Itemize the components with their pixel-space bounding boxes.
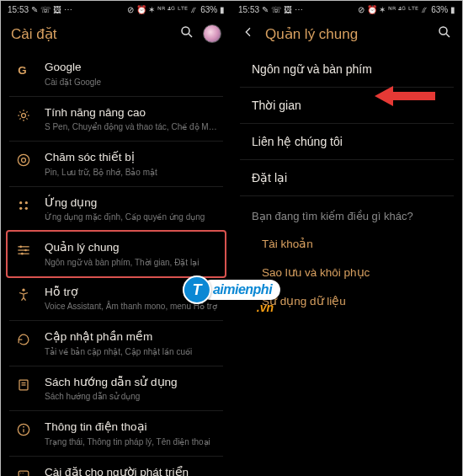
svg-marker-28 — [375, 86, 435, 106]
svg-point-22 — [23, 426, 24, 428]
item-subtitle: S Pen, Chuyển động và thao tác, Chế độ M… — [45, 121, 218, 132]
status-right-icons: ⊘ ⏰ ✶ ᴺᴿ ⁴ᴳ ᴸᵀᴱ ⫽ 63% ▮ — [358, 5, 455, 14]
settings-item-update[interactable]: Cập nhật phần mềmTải về bản cập nhật, Cậ… — [9, 321, 223, 366]
svg-point-14 — [24, 249, 27, 252]
status-right-icons: ⊘ ⏰ ✶ ᴺᴿ ⁴ᴳ ᴸᵀᴱ ⫽ 63% ▮ — [127, 5, 225, 14]
svg-point-13 — [19, 246, 22, 249]
svg-point-5 — [22, 158, 26, 163]
apps-icon — [14, 196, 33, 215]
settings-item-advanced[interactable]: Tính năng nâng caoS Pen, Chuyển động và … — [9, 97, 223, 142]
gm-prompt: Bạn đang tìm kiếm điều gì khác? — [240, 196, 454, 229]
item-subtitle: Tải về bản cập nhật, Cập nhật lần cuối — [45, 346, 218, 357]
status-bar: 15:53 ✎ ☏ 🖼 ⋯ ⊘ ⏰ ✶ ᴺᴿ ⁴ᴳ ᴸᵀᴱ ⫽ 63% ▮ — [1, 1, 232, 18]
svg-point-9 — [25, 206, 28, 209]
item-subtitle: Ngôn ngữ và bàn phím, Thời gian, Đặt lại — [45, 257, 218, 268]
right-screenshot: 15:53 ✎ ☏ 🖼 ⋯ ⊘ ⏰ ✶ ᴺᴿ ⁴ᴳ ᴸᵀᴱ ⫽ 63% ▮ Qu… — [232, 1, 462, 476]
item-subtitle: Cài đặt Google — [45, 77, 218, 88]
item-title: Thông tin điện thoại — [45, 420, 218, 435]
status-time: 15:53 — [8, 5, 29, 14]
devicecare-icon — [14, 151, 33, 169]
settings-item-about[interactable]: Thông tin điện thoạiTrạng thái, Thông ti… — [9, 411, 223, 457]
page-title: Cài đặt — [11, 25, 56, 43]
settings-item-manual[interactable]: Sách hướng dẫn sử dụngSách hướng dẫn sử … — [9, 366, 223, 412]
settings-item-google[interactable]: GGoogleCài đặt Google — [9, 51, 223, 97]
item-subtitle: Sách hướng dẫn sử dụng — [45, 391, 218, 402]
advanced-icon — [14, 106, 33, 125]
update-icon — [14, 330, 33, 349]
item-title: Cập nhật phần mềm — [45, 329, 218, 345]
item-subtitle: Trạng thái, Thông tin pháp lý, Tên điện … — [45, 436, 218, 447]
svg-rect-23 — [19, 471, 29, 476]
search-icon[interactable] — [179, 24, 194, 43]
svg-point-24 — [20, 473, 21, 473]
svg-point-7 — [25, 201, 28, 204]
svg-point-16 — [22, 288, 24, 291]
gm-item[interactable]: Đặt lại — [240, 160, 454, 196]
item-title: Chăm sóc thiết bị — [45, 150, 218, 165]
general-icon — [14, 241, 33, 259]
item-title: Tính năng nâng cao — [45, 105, 218, 120]
gm-link[interactable]: Sử dụng dữ liệu — [240, 286, 454, 315]
item-subtitle: Ứng dụng mặc định, Cấp quyền ứng dụng — [45, 211, 218, 222]
item-title: Sách hướng dẫn sử dụng — [45, 375, 218, 390]
svg-line-1 — [189, 34, 192, 37]
settings-list: GGoogleCài đặt GoogleTính năng nâng caoS… — [1, 51, 232, 476]
accessibility-icon — [14, 286, 33, 304]
svg-point-26 — [439, 27, 447, 35]
settings-item-apps[interactable]: Ứng dụngỨng dụng mặc định, Cấp quyền ứng… — [9, 187, 223, 233]
svg-line-27 — [446, 34, 450, 37]
item-title: Ứng dụng — [45, 195, 218, 211]
svg-text:G: G — [18, 64, 26, 77]
settings-item-devicecare[interactable]: Chăm sóc thiết bịPin, Lưu trữ, Bộ nhớ, B… — [9, 142, 223, 187]
item-subtitle: Voice Assistant, Âm thanh mono, menu Hỗ … — [45, 301, 218, 312]
left-screenshot: 15:53 ✎ ☏ 🖼 ⋯ ⊘ ⏰ ✶ ᴺᴿ ⁴ᴳ ᴸᵀᴱ ⫽ 63% ▮ Cà… — [1, 1, 232, 476]
header: Quản lý chung — [232, 18, 462, 51]
svg-point-3 — [22, 113, 26, 117]
manual-icon — [14, 376, 33, 394]
gm-item[interactable]: Liên hệ chúng tôi — [240, 124, 454, 160]
item-title: Cài đặt cho người phát triển — [45, 465, 218, 476]
svg-point-4 — [18, 154, 29, 165]
page-title: Quản lý chung — [265, 25, 358, 43]
settings-item-general[interactable]: Quản lý chungNgôn ngữ và bàn phím, Thời … — [6, 230, 226, 278]
svg-point-0 — [182, 27, 189, 35]
svg-point-6 — [19, 201, 22, 204]
arrow-annotation — [375, 83, 435, 112]
avatar[interactable] — [203, 24, 221, 43]
status-time: 15:53 — [238, 5, 259, 14]
developer-icon — [14, 466, 33, 476]
item-title: Hỗ trợ — [45, 285, 218, 300]
header: Cài đặt — [1, 18, 232, 51]
gm-item[interactable]: Ngôn ngữ và bàn phím — [240, 51, 454, 88]
item-title: Quản lý chung — [45, 240, 218, 255]
back-icon[interactable] — [242, 25, 255, 42]
status-bar: 15:53 ✎ ☏ 🖼 ⋯ ⊘ ⏰ ✶ ᴺᴿ ⁴ᴳ ᴸᵀᴱ ⫽ 63% ▮ — [232, 1, 462, 18]
item-subtitle: Pin, Lưu trữ, Bộ nhớ, Bảo mật — [45, 167, 218, 178]
status-left-icons: ✎ ☏ 🖼 ⋯ — [262, 5, 303, 14]
general-management-list: Ngôn ngữ và bàn phímThời gianLiên hệ chú… — [232, 51, 462, 476]
about-icon — [14, 420, 33, 439]
gm-link[interactable]: Sao lưu và khôi phục — [240, 258, 454, 286]
settings-item-developer[interactable]: Cài đặt cho người phát triểnCài đặt cho … — [9, 457, 223, 476]
svg-point-25 — [23, 473, 24, 473]
gm-link[interactable]: Tài khoản — [240, 229, 454, 258]
svg-point-15 — [21, 253, 24, 255]
status-left-icons: ✎ ☏ 🖼 ⋯ — [31, 5, 72, 14]
svg-point-8 — [19, 206, 22, 209]
google-icon: G — [14, 61, 33, 79]
settings-item-accessibility[interactable]: Hỗ trợVoice Assistant, Âm thanh mono, me… — [9, 276, 223, 322]
item-title: Google — [45, 60, 218, 75]
search-icon[interactable] — [437, 24, 452, 43]
